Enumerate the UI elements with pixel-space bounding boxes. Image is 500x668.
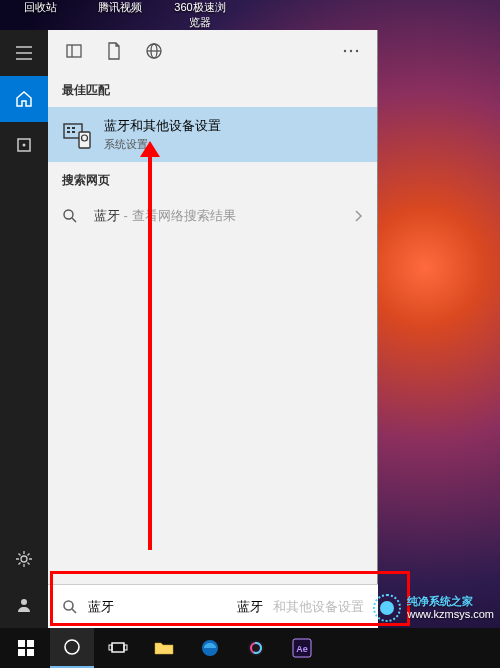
svg-line-20 [72, 218, 76, 222]
web-result-text: 蓝牙 - 查看网络搜索结果 [94, 207, 341, 225]
svg-rect-4 [67, 45, 81, 57]
aftereffects-icon: Ae [292, 638, 312, 658]
svg-rect-30 [124, 645, 127, 650]
taskbar-edge[interactable] [188, 628, 232, 668]
svg-rect-23 [18, 640, 25, 647]
device-icon [15, 136, 33, 154]
cortana-icon [63, 638, 81, 656]
header-more-button[interactable] [333, 33, 369, 69]
windows-icon [17, 639, 35, 657]
watermark-brand: 纯净系统之家 [407, 595, 494, 608]
svg-rect-17 [79, 132, 90, 148]
taskbar: Ae [0, 628, 500, 668]
settings-device-icon [62, 120, 92, 150]
watermark-badge-icon [373, 594, 401, 622]
svg-point-2 [21, 556, 27, 562]
gear-icon [15, 550, 33, 568]
start-button[interactable] [4, 628, 48, 668]
svg-rect-28 [112, 643, 124, 652]
panel-header [48, 30, 377, 72]
svg-rect-24 [27, 640, 34, 647]
svg-point-3 [21, 599, 27, 605]
svg-rect-29 [109, 645, 112, 650]
panel-icon [65, 42, 83, 60]
chevron-right-icon [353, 209, 363, 223]
svg-rect-16 [72, 131, 75, 133]
folder-icon [154, 640, 174, 656]
hamburger-icon [15, 44, 33, 62]
browser-icon [247, 639, 265, 657]
search-input-box[interactable]: 蓝牙和其他设备设置 [48, 584, 378, 628]
taskbar-browser[interactable] [234, 628, 278, 668]
watermark: 纯净系统之家 www.kzmsys.com [373, 594, 494, 622]
svg-point-27 [65, 640, 79, 654]
header-panel-button[interactable] [56, 33, 92, 69]
rail-home-button[interactable] [0, 76, 48, 122]
panel-empty-area [48, 235, 377, 628]
svg-text:Ae: Ae [296, 644, 308, 654]
svg-rect-25 [18, 649, 25, 656]
search-icon [62, 599, 78, 615]
rail-device-button[interactable] [0, 122, 48, 168]
best-match-highlight: 蓝牙 [104, 118, 130, 133]
taskbar-folder[interactable] [142, 628, 186, 668]
desktop-icons-row: 回收站 腾讯视频 360极速浏览器 [0, 0, 500, 30]
edge-icon [201, 639, 219, 657]
svg-point-10 [350, 50, 352, 52]
search-results-panel: 最佳匹配 蓝牙和其他设备设置 系统设置 搜索网页 蓝牙 - 查看网络搜索结果 [48, 30, 378, 628]
watermark-url: www.kzmsys.com [407, 608, 494, 621]
svg-point-19 [64, 210, 73, 219]
desktop-icon-recycle[interactable]: 回收站 [10, 0, 70, 30]
desktop-icon-360[interactable]: 360极速浏览器 [170, 0, 230, 30]
search-icon [62, 208, 82, 224]
rail-menu-button[interactable] [0, 30, 48, 76]
svg-rect-26 [27, 649, 34, 656]
taskview-button[interactable] [96, 628, 140, 668]
svg-line-22 [72, 609, 76, 613]
web-search-label: 搜索网页 [48, 162, 377, 197]
web-result-highlight: 蓝牙 [94, 208, 120, 223]
svg-point-11 [356, 50, 358, 52]
rail-settings-button[interactable] [0, 536, 48, 582]
web-search-result[interactable]: 蓝牙 - 查看网络搜索结果 [48, 197, 377, 235]
taskview-icon [108, 640, 128, 656]
svg-point-1 [23, 144, 26, 147]
start-left-rail [0, 30, 48, 628]
web-result-suffix: - 查看网络搜索结果 [120, 208, 236, 223]
best-match-rest: 和其他设备设置 [130, 118, 221, 133]
svg-point-21 [64, 601, 73, 610]
svg-rect-15 [67, 131, 70, 133]
svg-point-9 [344, 50, 346, 52]
svg-rect-13 [67, 127, 70, 129]
cortana-button[interactable] [50, 628, 94, 668]
header-web-button[interactable] [136, 33, 172, 69]
best-match-label: 最佳匹配 [48, 72, 377, 107]
rail-account-button[interactable] [0, 582, 48, 628]
desktop-icon-tencent[interactable]: 腾讯视频 [90, 0, 150, 30]
document-icon [106, 42, 122, 60]
more-icon [342, 48, 360, 54]
home-icon [15, 90, 33, 108]
taskbar-ae[interactable]: Ae [280, 628, 324, 668]
globe-icon [145, 42, 163, 60]
annotation-arrow [148, 155, 152, 550]
best-match-result[interactable]: 蓝牙和其他设备设置 系统设置 [48, 107, 377, 162]
svg-rect-14 [72, 127, 75, 129]
header-document-button[interactable] [96, 33, 132, 69]
person-icon [15, 596, 33, 614]
